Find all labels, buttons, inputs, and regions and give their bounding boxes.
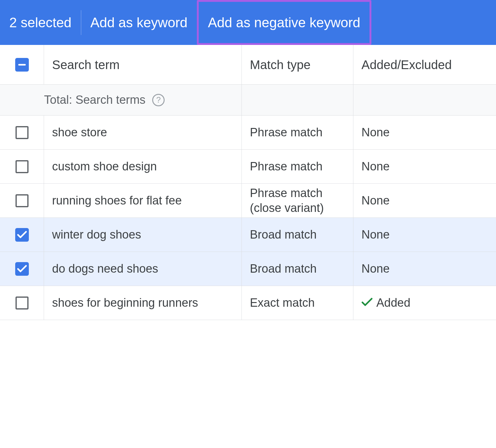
total-row-label-cell: Total: Search terms ? bbox=[44, 85, 242, 115]
table-row: running shoes for flat feePhrase match (… bbox=[0, 184, 496, 218]
row-search-term: shoe store bbox=[52, 125, 107, 140]
row-match-type: Exact match bbox=[250, 296, 315, 310]
header-checkbox-cell bbox=[0, 45, 44, 84]
selection-action-bar: 2 selected Add as keyword Add as negativ… bbox=[0, 0, 496, 45]
row-match-type-cell: Phrase match bbox=[242, 116, 353, 149]
add-as-keyword-label: Add as keyword bbox=[91, 15, 188, 30]
row-added-excluded: None bbox=[361, 125, 390, 140]
table-row: shoe storePhrase matchNone bbox=[0, 116, 496, 150]
total-row-spacer bbox=[0, 85, 44, 115]
checkmark-icon bbox=[361, 296, 373, 310]
row-match-type: Broad match bbox=[250, 261, 317, 276]
add-as-negative-keyword-label: Add as negative keyword bbox=[208, 15, 361, 30]
row-checkbox-cell bbox=[0, 184, 44, 217]
row-added-excluded: None bbox=[361, 261, 390, 276]
row-search-term: do dogs need shoes bbox=[52, 261, 158, 276]
total-row-match-cell bbox=[242, 85, 353, 115]
row-match-type-cell: Broad match bbox=[242, 252, 353, 286]
row-search-term-cell[interactable]: shoe store bbox=[44, 116, 242, 149]
row-added-excluded-cell: Added bbox=[353, 286, 495, 320]
table-header-row: Search term Match type Added/Excluded bbox=[0, 45, 496, 85]
row-search-term: winter dog shoes bbox=[52, 227, 141, 242]
row-added-excluded-cell: None bbox=[353, 116, 495, 149]
row-added-excluded: Added bbox=[376, 296, 410, 310]
row-match-type-cell: Phrase match (close variant) bbox=[242, 184, 353, 217]
row-match-type: Phrase match bbox=[250, 159, 322, 174]
row-added-excluded-cell: None bbox=[353, 150, 495, 183]
row-search-term-cell[interactable]: do dogs need shoes bbox=[44, 252, 242, 286]
row-search-term: running shoes for flat fee bbox=[52, 193, 182, 208]
total-row-label: Total: Search terms bbox=[44, 93, 145, 108]
row-checkbox-cell bbox=[0, 218, 44, 252]
row-added-excluded: None bbox=[361, 193, 390, 208]
row-added-excluded-cell: None bbox=[353, 184, 495, 217]
row-match-type-cell: Exact match bbox=[242, 286, 353, 320]
row-match-type-cell: Phrase match bbox=[242, 150, 353, 183]
header-search-term-label: Search term bbox=[52, 57, 233, 72]
added-status: Added bbox=[361, 296, 410, 310]
row-checkbox-cell bbox=[0, 286, 44, 320]
row-search-term-cell[interactable]: shoes for beginning runners bbox=[44, 286, 242, 320]
header-search-term[interactable]: Search term bbox=[44, 45, 242, 84]
table-row: do dogs need shoesBroad matchNone bbox=[0, 252, 496, 286]
row-checkbox-cell bbox=[0, 150, 44, 183]
row-added-excluded: None bbox=[361, 227, 390, 242]
table-row: custom shoe designPhrase matchNone bbox=[0, 150, 496, 184]
row-checkbox[interactable] bbox=[16, 126, 29, 139]
total-row-added-cell bbox=[353, 85, 495, 115]
row-match-type: Phrase match bbox=[250, 125, 322, 140]
row-search-term-cell[interactable]: custom shoe design bbox=[44, 150, 242, 183]
total-row: Total: Search terms ? bbox=[0, 85, 496, 116]
row-match-type-cell: Broad match bbox=[242, 218, 353, 252]
header-added-excluded-label: Added/Excluded bbox=[361, 57, 452, 72]
row-checkbox[interactable] bbox=[16, 160, 29, 173]
row-checkbox[interactable] bbox=[15, 262, 29, 276]
row-search-term-cell[interactable]: winter dog shoes bbox=[44, 218, 242, 252]
row-added-excluded: None bbox=[361, 159, 390, 174]
row-checkbox[interactable] bbox=[16, 194, 29, 207]
help-icon[interactable]: ? bbox=[152, 94, 165, 106]
row-search-term: shoes for beginning runners bbox=[52, 296, 198, 310]
add-as-negative-keyword-button[interactable]: Add as negative keyword bbox=[197, 0, 372, 45]
header-match-type-label: Match type bbox=[250, 57, 311, 72]
header-match-type[interactable]: Match type bbox=[242, 45, 353, 84]
row-checkbox-cell bbox=[0, 252, 44, 286]
add-as-keyword-button[interactable]: Add as keyword bbox=[81, 0, 197, 45]
row-search-term-cell[interactable]: running shoes for flat fee bbox=[44, 184, 242, 217]
select-all-checkbox[interactable] bbox=[15, 58, 29, 72]
row-match-type: Broad match bbox=[250, 227, 317, 242]
header-added-excluded[interactable]: Added/Excluded bbox=[353, 45, 495, 84]
row-checkbox[interactable] bbox=[15, 228, 29, 242]
row-added-excluded-cell: None bbox=[353, 252, 495, 286]
selected-count-label: 2 selected bbox=[9, 15, 81, 30]
row-added-excluded-cell: None bbox=[353, 218, 495, 252]
row-checkbox-cell bbox=[0, 116, 44, 149]
row-match-type: Phrase match (close variant) bbox=[250, 186, 345, 215]
row-search-term: custom shoe design bbox=[52, 159, 157, 174]
row-checkbox[interactable] bbox=[16, 296, 29, 310]
table-row: winter dog shoesBroad matchNone bbox=[0, 218, 496, 252]
table-row: shoes for beginning runnersExact matchAd… bbox=[0, 286, 496, 320]
